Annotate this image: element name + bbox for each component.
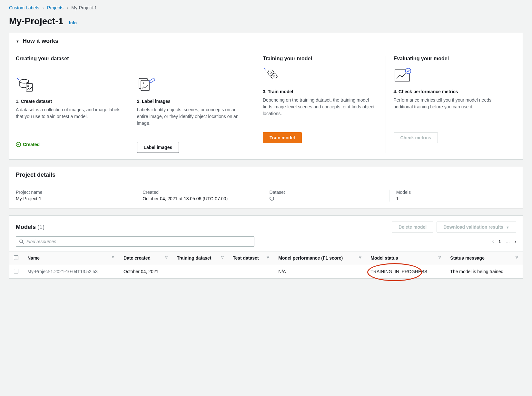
svg-point-14 [265, 70, 266, 70]
col-test-ds[interactable]: Test dataset▽ [228, 252, 274, 265]
check-circle-icon [16, 142, 21, 147]
svg-point-4 [19, 77, 19, 78]
hiw-create-heading: Creating your dataset [16, 56, 248, 62]
col-name[interactable]: Name▼ [23, 252, 119, 265]
pager-ellipsis: … [506, 239, 510, 244]
pd-name-value: My-Project-1 [16, 196, 129, 201]
row-perf: N/A [274, 265, 366, 279]
pd-created: Created October 04, 2021 at 13:05:06 (UT… [136, 190, 262, 202]
sort-icon: ▽ [267, 255, 269, 259]
row-train-ds [172, 265, 228, 279]
table-row[interactable]: My-Project-1.2021-10-04T13.52.53 October… [9, 265, 523, 279]
label-images-button[interactable]: Label images [137, 142, 179, 153]
hiw-eval-step-title: 4. Check performance metrics [394, 89, 510, 94]
svg-line-18 [22, 243, 24, 244]
info-link[interactable]: Info [69, 20, 77, 25]
select-all-checkbox[interactable] [14, 255, 18, 260]
hiw-step-2: 2. Label images Labels identify objects,… [137, 76, 249, 153]
delete-model-button[interactable]: Delete model [392, 222, 433, 233]
models-count: (1) [37, 224, 44, 230]
row-name[interactable]: My-Project-1.2021-10-04T13.52.53 [23, 265, 119, 279]
col-perf[interactable]: Model performance (F1 score)▽ [274, 252, 366, 265]
hiw-train-step-title: 3. Train model [263, 89, 379, 94]
loading-spinner-icon [270, 196, 274, 201]
pd-models: Models 1 [389, 190, 516, 202]
pd-name: Project name My-Project-1 [16, 190, 136, 202]
chevron-right-icon: › [67, 5, 68, 10]
how-it-works-panel: ▼ How it works Creating your dataset 1. … [9, 33, 523, 160]
col-date[interactable]: Date created▽ [119, 252, 172, 265]
label-images-icon [137, 76, 156, 94]
sort-desc-icon: ▼ [111, 255, 114, 259]
created-label: Created [23, 142, 40, 147]
row-status: TRAINING_IN_PROGRESS [366, 265, 446, 279]
models-table: Name▼ Date created▽ Training dataset▽ Te… [9, 251, 523, 278]
train-model-icon [263, 67, 282, 84]
breadcrumb-current: My-Project-1 [71, 5, 97, 10]
metrics-icon [394, 67, 413, 84]
svg-point-5 [18, 79, 19, 80]
sort-icon: ▽ [516, 255, 518, 259]
row-test-ds [228, 265, 274, 279]
sort-icon: ▽ [438, 255, 441, 259]
svg-rect-8 [141, 80, 149, 91]
download-validation-button[interactable]: Download validation results▼ [437, 222, 516, 233]
svg-point-16 [405, 68, 411, 74]
sort-icon: ▽ [165, 255, 168, 259]
pager: ‹ 1 … › [492, 239, 516, 244]
row-msg: The model is being trained. [446, 265, 523, 279]
pd-models-label: Models [396, 190, 510, 195]
hiw-eval-heading: Evaluating your model [394, 56, 510, 62]
pd-created-label: Created [143, 190, 256, 195]
svg-point-13 [266, 68, 266, 68]
hiw-step1-title: 1. Create dataset [16, 99, 127, 104]
pd-dataset-label: Dataset [270, 190, 383, 195]
models-title: Models (1) [16, 224, 44, 231]
project-details-panel: Project details Project name My-Project-… [9, 167, 523, 208]
search-icon [19, 239, 24, 244]
svg-point-11 [273, 76, 275, 77]
hiw-col-eval: Evaluating your model 4. Check performan… [386, 56, 517, 153]
row-date: October 04, 2021 [119, 265, 172, 279]
pager-next[interactable]: › [515, 239, 516, 244]
svg-point-3 [17, 78, 18, 79]
train-model-button[interactable]: Train model [263, 132, 302, 143]
models-panel: Models (1) Delete model Download validat… [9, 215, 523, 279]
caret-down-icon: ▼ [506, 225, 509, 229]
hiw-step1-desc: A dataset is a collection of images, and… [16, 106, 127, 135]
pager-prev[interactable]: ‹ [492, 239, 494, 244]
hiw-step2-title: 2. Label images [137, 99, 249, 104]
hiw-col-train: Training your model 3. Train model Depen… [255, 56, 386, 153]
hiw-col-create: Creating your dataset 1. Create dataset … [16, 56, 255, 153]
pd-name-label: Project name [16, 190, 129, 195]
col-train-ds[interactable]: Training dataset▽ [172, 252, 228, 265]
hiw-step-1: 1. Create dataset A dataset is a collect… [16, 76, 127, 153]
sort-icon: ▽ [359, 255, 361, 259]
created-status: Created [16, 142, 127, 147]
chevron-right-icon: › [42, 5, 44, 10]
hiw-train-heading: Training your model [263, 56, 379, 62]
row-checkbox[interactable] [14, 269, 18, 273]
breadcrumb: Custom Labels › Projects › My-Project-1 [9, 5, 523, 10]
dataset-icon [16, 76, 35, 94]
page-title: My-Project-1 [9, 16, 63, 26]
hiw-step2-desc: Labels identify objects, scenes, or conc… [137, 106, 249, 135]
pd-header: Project details [9, 167, 523, 183]
svg-point-12 [264, 68, 265, 69]
svg-point-17 [20, 240, 23, 243]
col-msg[interactable]: Status message▽ [446, 252, 523, 265]
svg-point-10 [270, 72, 272, 74]
hiw-train-step-desc: Depending on the training dataset, the t… [263, 97, 379, 126]
search-wrap [16, 236, 254, 247]
pd-created-value: October 04, 2021 at 13:05:06 (UTC-07:00) [143, 196, 256, 201]
check-metrics-button[interactable]: Check metrics [394, 132, 438, 143]
search-input[interactable] [16, 236, 254, 247]
hiw-header[interactable]: ▼ How it works [9, 33, 523, 49]
col-status[interactable]: Model status▽ [366, 252, 446, 265]
breadcrumb-projects[interactable]: Projects [47, 5, 64, 10]
pd-models-value: 1 [396, 196, 510, 201]
breadcrumb-root[interactable]: Custom Labels [9, 5, 39, 10]
page-title-row: My-Project-1 Info [9, 16, 523, 26]
pd-dataset-value [270, 196, 383, 202]
caret-down-icon: ▼ [16, 39, 19, 43]
